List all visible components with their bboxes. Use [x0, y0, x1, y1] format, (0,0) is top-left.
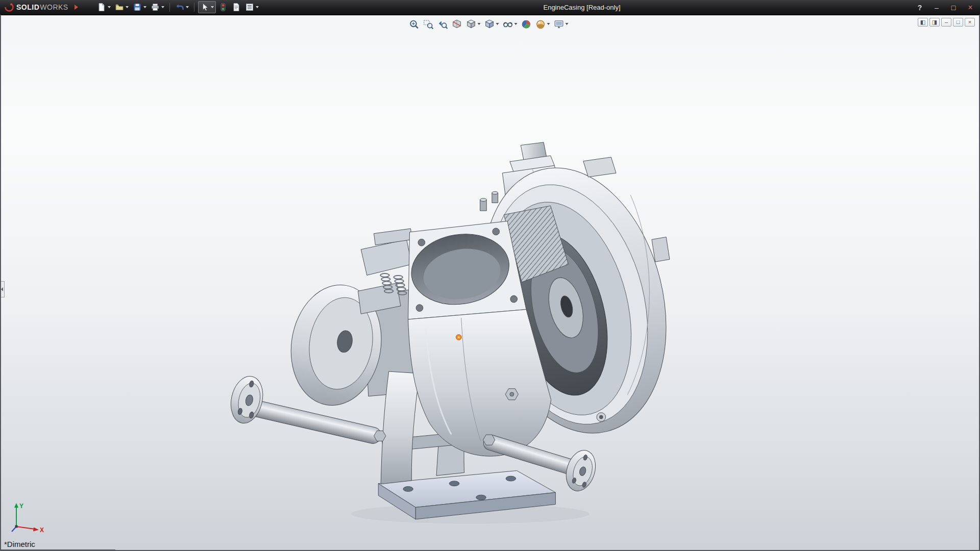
dropdown-caret[interactable]	[126, 6, 129, 8]
previous-view-icon	[437, 19, 448, 30]
undo-icon	[175, 3, 184, 12]
close-button[interactable]: ×	[966, 3, 975, 12]
doc-restore-button[interactable]: □	[953, 18, 963, 27]
open-folder-icon	[115, 3, 124, 12]
expand-panel-arrow-icon	[1, 287, 3, 291]
help-button[interactable]: ?	[915, 4, 924, 12]
toolbar-separator	[194, 3, 194, 12]
graphics-viewport[interactable]: ◧ ◨ – □ × Y X *Dimetric	[0, 15, 980, 551]
solidworks-window: SOLID WORKS	[0, 0, 980, 551]
dropdown-caret[interactable]	[256, 6, 259, 8]
view-orientation-cube-icon	[466, 19, 477, 30]
main-toolbar	[95, 1, 260, 13]
pane-right-button[interactable]: ◨	[929, 18, 940, 27]
rebuild-stoplight-icon	[218, 3, 228, 12]
pane-left-button[interactable]: ◧	[918, 18, 928, 27]
select-cursor-icon	[200, 3, 209, 12]
print-button[interactable]	[149, 1, 166, 13]
display-style-icon	[484, 19, 495, 30]
rebuild-button[interactable]	[217, 1, 229, 13]
options-icon	[245, 3, 254, 12]
section-view-button[interactable]	[451, 17, 463, 31]
options-button[interactable]	[243, 1, 260, 13]
orientation-triad: Y X	[8, 501, 49, 537]
maximize-button[interactable]: □	[949, 4, 958, 12]
titlebar: SOLID WORKS	[0, 0, 980, 15]
dropdown-caret[interactable]	[566, 23, 569, 25]
zoom-to-fit-button[interactable]	[408, 17, 421, 31]
save-icon	[133, 3, 142, 12]
brand-text-light: WORKS	[40, 3, 68, 11]
section-view-icon	[452, 19, 462, 30]
brand-text-bold: SOLID	[16, 3, 39, 11]
view-orientation-label: *Dimetric	[4, 540, 35, 548]
minimize-button[interactable]: –	[932, 4, 941, 12]
file-properties-icon	[232, 3, 241, 12]
previous-view-button[interactable]	[436, 17, 449, 31]
triad-y-label: Y	[19, 503, 23, 510]
new-document-icon	[97, 3, 106, 12]
dropdown-caret[interactable]	[186, 6, 189, 8]
save-button[interactable]	[131, 1, 148, 13]
zoom-to-area-icon	[423, 19, 434, 30]
hide-show-items-button[interactable]	[502, 17, 519, 31]
zoom-to-area-button[interactable]	[422, 17, 435, 31]
open-button[interactable]	[113, 1, 130, 13]
apply-scene-icon	[535, 19, 546, 30]
window-controls: ? – □ ×	[915, 0, 975, 15]
solidworks-brand: SOLID WORKS	[0, 2, 78, 12]
view-orientation-button[interactable]	[465, 17, 482, 31]
toolbar-separator	[169, 3, 170, 12]
heads-up-toolbar	[408, 17, 570, 31]
file-properties-button[interactable]	[230, 1, 242, 13]
dropdown-caret[interactable]	[211, 6, 214, 8]
feature-manager-collapsed-tab[interactable]	[0, 281, 5, 297]
edit-appearance-button[interactable]	[520, 17, 533, 31]
display-style-button[interactable]	[483, 17, 500, 31]
apply-scene-button[interactable]	[534, 17, 551, 31]
window-title: EngineCasing [Read-only]	[543, 0, 620, 15]
solidworks-logo-icon	[4, 2, 14, 12]
dropdown-caret[interactable]	[143, 6, 146, 8]
selection-marker	[456, 335, 461, 340]
engine-casing-model[interactable]	[0, 15, 980, 551]
view-settings-button[interactable]	[553, 17, 570, 31]
undo-button[interactable]	[174, 1, 190, 13]
dropdown-caret[interactable]	[496, 23, 499, 25]
triad-x-label: X	[40, 527, 44, 534]
zoom-to-fit-icon	[409, 19, 420, 30]
view-settings-icon	[554, 19, 565, 30]
print-icon	[151, 3, 160, 12]
doc-minimize-button[interactable]: –	[941, 18, 951, 27]
dropdown-caret[interactable]	[547, 23, 550, 25]
dropdown-caret[interactable]	[108, 6, 111, 8]
edit-appearance-ball-icon	[521, 19, 532, 30]
doc-close-button[interactable]: ×	[965, 18, 975, 27]
dropdown-caret[interactable]	[478, 23, 481, 25]
select-button[interactable]	[198, 1, 216, 13]
document-window-controls: ◧ ◨ – □ ×	[918, 18, 975, 27]
dropdown-caret[interactable]	[161, 6, 164, 8]
hide-show-glasses-icon	[503, 19, 513, 30]
new-document-button[interactable]	[95, 1, 112, 13]
menu-flyout-arrow[interactable]	[75, 5, 78, 10]
dropdown-caret[interactable]	[514, 23, 518, 25]
